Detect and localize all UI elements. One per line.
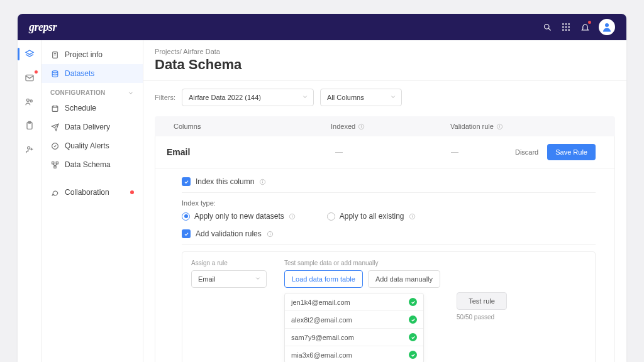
sidebar-item-delivery[interactable]: Data Delivery (42, 118, 143, 136)
bell-icon[interactable] (580, 22, 590, 32)
check-icon (409, 315, 417, 324)
column-name: Email (167, 147, 331, 157)
svg-point-11 (605, 23, 609, 27)
chevron-down-icon (302, 94, 308, 101)
alert-icon (50, 141, 59, 150)
main-content: Projects/ Airfare Data Data Schema Filte… (143, 40, 626, 362)
index-checkbox[interactable] (182, 177, 191, 186)
test-rule-button[interactable]: Test rule (457, 292, 507, 310)
sidebar-section[interactable]: CONFIGURATION (42, 83, 143, 99)
sample-item: mia3x6@email.com (285, 346, 423, 362)
send-icon (50, 123, 59, 131)
index-type-label: Index type: (182, 199, 596, 207)
discard-button[interactable]: Discard (513, 145, 541, 160)
svg-rect-2 (562, 23, 564, 25)
svg-point-18 (27, 146, 30, 149)
save-rule-button[interactable]: Save Rule (547, 144, 596, 160)
sidebar-label: Project info (65, 50, 103, 59)
test-label: Test sample data or add manually (284, 260, 440, 266)
sidebar-label: Quality Alerts (65, 141, 109, 150)
mini-rail (18, 40, 42, 362)
index-check-row: Index this column (182, 177, 596, 186)
apps-icon[interactable] (561, 22, 571, 32)
svg-rect-5 (562, 26, 564, 28)
svg-rect-32 (53, 166, 55, 168)
info-icon[interactable] (496, 123, 503, 130)
add-manual-button[interactable]: Add data manually (368, 270, 440, 288)
col-validation: Validation rule (450, 123, 596, 130)
info-icon[interactable] (409, 213, 416, 220)
svg-line-1 (548, 28, 550, 30)
rail-clipboard[interactable] (23, 119, 36, 132)
sidebar-label: Schedule (65, 104, 96, 112)
load-data-button[interactable]: Load data form table (284, 270, 363, 288)
info-icon[interactable] (358, 123, 365, 130)
rail-badge (34, 70, 38, 74)
svg-rect-6 (565, 26, 567, 28)
rule-select[interactable]: Email (191, 270, 267, 288)
rule-config: Assign a rule Email Test sample data or … (182, 251, 596, 362)
svg-point-0 (544, 24, 549, 29)
collab-dot (130, 190, 134, 194)
validation-value: — (451, 148, 513, 156)
chevron-down-icon (128, 90, 134, 96)
rail-inbox[interactable] (23, 72, 36, 84)
sidebar-item-datasets[interactable]: Datasets (42, 64, 143, 83)
sidebar-item-project-info[interactable]: Project info (42, 45, 143, 64)
sidebar-label: Data Delivery (65, 123, 110, 131)
col-indexed: Indexed (331, 123, 450, 130)
breadcrumb[interactable]: Projects/ Airfare Data (143, 40, 626, 57)
doc-icon (50, 50, 59, 59)
schema-icon (50, 160, 59, 169)
svg-marker-12 (26, 50, 33, 55)
rail-team[interactable] (23, 96, 36, 108)
svg-rect-3 (565, 23, 567, 25)
svg-rect-30 (52, 162, 53, 163)
validation-checkbox[interactable] (182, 229, 191, 238)
rail-person-add[interactable] (23, 143, 36, 156)
svg-rect-4 (569, 23, 570, 25)
svg-rect-7 (569, 26, 570, 28)
sidebar-label: Datasets (65, 69, 94, 78)
info-icon[interactable] (267, 231, 274, 238)
svg-point-24 (52, 70, 58, 72)
rail-layers[interactable] (23, 48, 36, 60)
svg-rect-9 (565, 30, 567, 31)
sidebar-item-schema[interactable]: Data Schema (42, 155, 143, 174)
page-title: Data Schema (143, 57, 626, 80)
brand-logo: grepsr (29, 21, 57, 34)
topbar: grepsr (18, 14, 626, 40)
sidebar-item-schedule[interactable]: Schedule (42, 99, 143, 118)
svg-point-14 (26, 99, 29, 101)
column-row-email: Email — — Discard Save Rule Index this c… (155, 136, 615, 362)
info-icon[interactable] (259, 178, 266, 185)
sidebar-item-quality[interactable]: Quality Alerts (42, 136, 143, 155)
check-icon (409, 333, 417, 341)
test-result: 50/50 passed (457, 314, 507, 321)
search-icon[interactable] (542, 22, 552, 32)
radio-all-existing[interactable]: Apply to all existing (327, 212, 416, 221)
svg-point-15 (30, 100, 32, 102)
notification-dot (588, 21, 591, 24)
dataset-select[interactable]: Airfare Data 2022 (144) (182, 89, 314, 106)
chevron-down-icon (390, 94, 396, 101)
check-icon (409, 298, 417, 306)
sidebar: Project info Datasets CONFIGURATION Sche… (42, 40, 143, 362)
indexed-value: — (331, 148, 451, 156)
sidebar-label: Data Schema (65, 160, 111, 169)
svg-rect-8 (562, 30, 564, 31)
avatar[interactable] (599, 19, 615, 35)
radio-new-datasets[interactable]: Apply only to new datasets (182, 212, 296, 221)
svg-rect-31 (56, 162, 58, 163)
info-icon[interactable] (289, 213, 296, 220)
sample-item: alex8t2@email.com (285, 311, 423, 329)
col-columns: Columns (174, 123, 331, 130)
columns-select[interactable]: All Columns (320, 89, 402, 106)
sample-item: sam7y9@email.com (285, 329, 423, 346)
assign-label: Assign a rule (191, 260, 273, 266)
validation-check-row: Add validation rules (182, 229, 596, 238)
datasets-icon (50, 69, 59, 78)
sample-list: jen1k4@email.com alex8t2@email.com sam7y… (284, 293, 424, 362)
sidebar-item-collaboration[interactable]: Collaboration (42, 183, 143, 202)
svg-rect-10 (569, 30, 570, 31)
